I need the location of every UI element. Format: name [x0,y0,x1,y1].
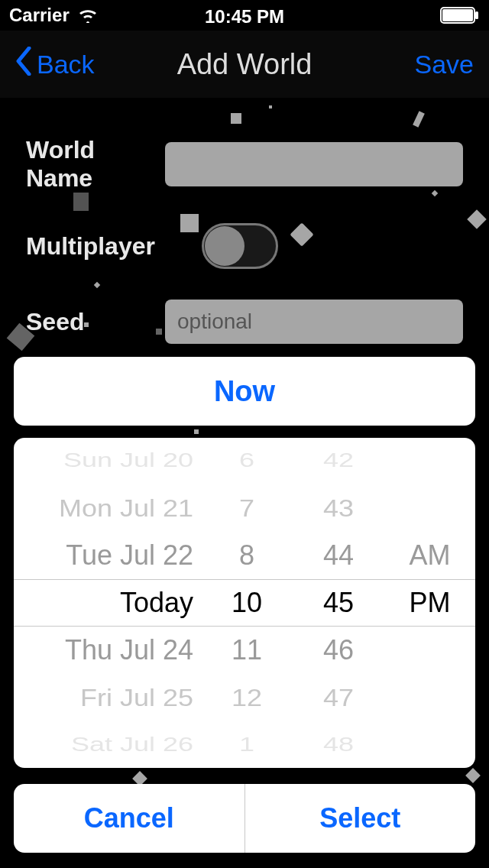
picker-row [426,728,433,761]
seed-row: Seed [26,300,463,344]
picker-row: AM [410,532,451,579]
now-button[interactable]: Now [14,357,475,426]
now-label: Now [214,375,275,408]
picker-row-selected: Today [120,579,193,627]
world-name-input[interactable] [165,142,463,186]
particle-icon [194,429,199,434]
select-button[interactable]: Select [245,784,476,853]
toggle-knob-icon [205,226,244,266]
picker-row-selected: PM [410,579,451,627]
picker-row: 1 [239,728,254,761]
picker-row-selected: 10 [232,579,262,627]
picker-row: 11 [232,627,262,674]
svg-rect-2 [442,9,473,21]
picker-row: 44 [323,532,354,579]
picker-row [426,444,433,477]
picker-date-column[interactable]: Sat Jul 19 Sun Jul 20 Mon Jul 21 Tue Jul… [14,438,201,768]
picker-ampm-column[interactable]: AM PM [384,438,475,768]
multiplayer-label: Multiplayer [26,232,202,261]
datetime-picker[interactable]: Sat Jul 19 Sun Jul 20 Mon Jul 21 Tue Jul… [14,438,475,768]
picker-row: Sat Jul 26 [71,728,193,761]
status-time: 10:45 PM [205,6,284,28]
picker-row: Mon Jul 21 [59,487,193,530]
picker-row: Fri Jul 25 [80,677,193,719]
picker-row: Sun Jul 20 [63,444,193,477]
seed-input[interactable] [165,300,463,344]
multiplayer-row: Multiplayer [26,223,463,269]
status-bar: Carrier 10:45 PM [0,0,489,31]
picker-row [426,677,433,719]
svg-rect-1 [475,11,478,19]
picker-row: Tue Jul 22 [66,532,193,579]
picker-row: 42 [323,444,354,477]
carrier-label: Carrier [9,5,70,26]
battery-icon [440,7,480,24]
seed-label: Seed [26,308,165,336]
chevron-left-icon [15,47,32,82]
picker-row: 46 [323,627,354,674]
back-button[interactable]: Back [15,47,95,82]
save-button[interactable]: Save [415,50,474,79]
picker-minute-column[interactable]: 41 42 43 44 45 46 47 48 49 [293,438,384,768]
wifi-icon [77,8,99,23]
back-label: Back [37,50,95,79]
form: World Name Multiplayer Seed [0,98,489,344]
page-title: Add World [177,48,313,81]
nav-bar: Back Add World Save [0,31,489,98]
picker-row [426,487,433,530]
world-name-label: World Name [26,136,165,193]
picker-row: 7 [239,487,254,530]
picker-row: 6 [239,444,254,477]
picker-row-selected: 45 [323,579,354,627]
particle-icon [465,768,481,783]
picker-row: 8 [239,532,254,579]
world-name-row: World Name [26,136,463,193]
picker-hour-column[interactable]: 5 6 7 8 10 11 12 1 2 [201,438,293,768]
picker-row: 43 [323,487,354,530]
picker-row: 48 [323,728,354,761]
action-panel: Cancel Select [14,784,475,853]
multiplayer-toggle[interactable] [202,223,278,269]
picker-row: 47 [323,677,354,719]
picker-row [426,627,433,674]
picker-row: 12 [232,677,262,719]
cancel-button[interactable]: Cancel [14,784,244,853]
picker-row: Thu Jul 24 [65,627,193,674]
